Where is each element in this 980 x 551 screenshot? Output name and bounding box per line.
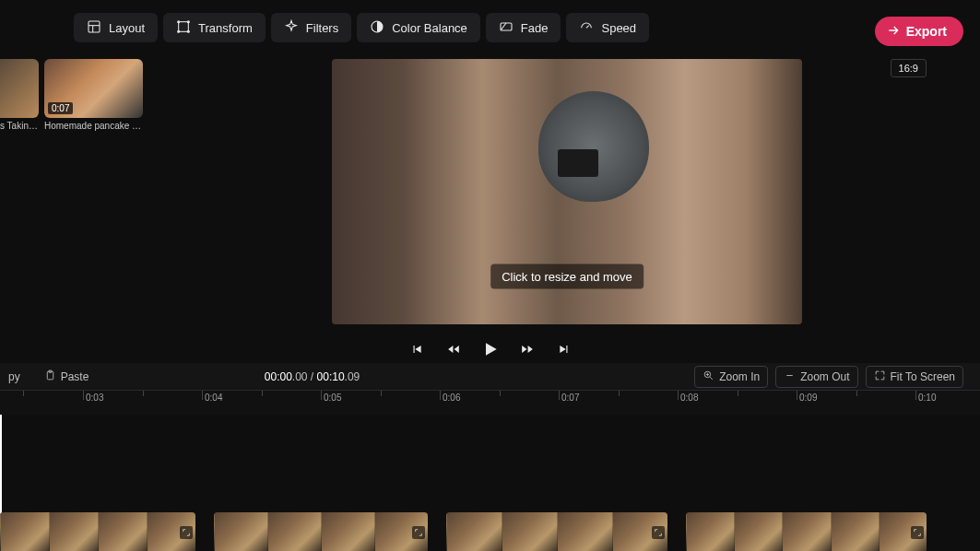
transform-icon [176,19,191,37]
preview-container: Click to resize and move 16:9 [171,59,963,328]
speed-icon [579,19,594,37]
ruler-label: 0:10 [918,393,936,403]
color-balance-button[interactable]: Color Balance [357,13,480,42]
preview-hint: Click to resize and move [490,264,643,289]
export-label: Export [906,24,947,39]
clip-duration: 0:07 [48,102,73,114]
timecode-display: 00:00.00 / 00:10.09 [265,370,360,383]
expand-clip-icon[interactable] [180,526,193,539]
clip-thumbnail: 0:07 [44,59,143,118]
export-button[interactable]: Export [875,17,963,46]
filters-label: Filters [306,21,338,35]
timeline-clip[interactable] [0,512,195,551]
filters-button[interactable]: Filters [271,13,351,42]
fit-icon [874,369,886,384]
svg-point-6 [178,30,180,32]
skip-start-button[interactable] [407,339,427,359]
media-bin: s Taking… 0:07 Homemade pancake in … [0,59,161,328]
timeline-ruler[interactable]: 0:030:040:050:060:070:080:090:10 [0,391,980,415]
editor-toolbar: Layout Transform Filters Color Balance F… [0,0,980,52]
fit-to-screen-button[interactable]: Fit To Screen [866,366,963,388]
ruler-label: 0:09 [799,393,817,403]
export-icon [886,23,901,41]
svg-rect-3 [179,21,189,31]
expand-clip-icon[interactable] [412,526,425,539]
svg-line-14 [710,377,713,380]
forward-button[interactable] [517,339,537,359]
skip-end-button[interactable] [554,339,574,359]
main-area: s Taking… 0:07 Homemade pancake in … Cli… [0,52,980,328]
layout-button[interactable]: Layout [74,13,158,42]
paste-button[interactable]: Paste [36,366,98,388]
timeline-track[interactable] [0,415,980,551]
speed-button[interactable]: Speed [566,13,649,42]
timeline-clip[interactable] [446,512,667,551]
transform-button[interactable]: Transform [163,13,266,42]
layout-icon [87,19,101,37]
copy-button[interactable]: py [0,366,29,388]
timeline-clip[interactable] [214,512,428,551]
expand-clip-icon[interactable] [911,526,924,539]
aspect-ratio-chip[interactable]: 16:9 [891,59,927,77]
fade-icon [499,19,514,37]
speed-label: Speed [601,21,636,35]
expand-clip-icon[interactable] [652,526,665,539]
media-clip[interactable]: s Taking… [0,59,39,328]
fade-label: Fade [521,21,549,35]
paste-icon [44,369,56,384]
media-clip[interactable]: 0:07 Homemade pancake in … [44,59,143,328]
video-preview[interactable]: Click to resize and move [332,59,802,324]
ruler-label: 0:04 [205,393,222,403]
zoom-out-button[interactable]: Zoom Out [775,366,857,388]
timeline-header: py Paste 00:00.00 / 00:10.09 Zoom In Zoo… [0,363,980,391]
zoom-in-icon [703,369,714,384]
clip-title: s Taking… [0,121,39,131]
clip-thumbnail [0,59,39,118]
svg-rect-0 [89,21,100,32]
clip-row [0,512,980,551]
clip-title: Homemade pancake in … [44,121,143,131]
zoom-in-button[interactable]: Zoom In [694,366,768,388]
ruler-label: 0:05 [324,393,341,403]
rewind-button[interactable] [443,339,464,359]
svg-point-4 [178,20,180,22]
ruler-label: 0:08 [680,393,698,403]
ruler-label: 0:03 [86,393,103,403]
layout-label: Layout [109,21,145,35]
filters-icon [284,19,299,37]
play-button[interactable] [480,339,501,359]
ruler-label: 0:06 [443,393,460,403]
svg-point-7 [187,30,189,32]
transport-controls [0,335,980,363]
transform-label: Transform [198,21,253,35]
color-balance-icon [370,19,384,37]
svg-point-5 [187,20,189,22]
svg-line-10 [586,25,589,28]
ruler-label: 0:07 [561,393,579,403]
timeline-clip[interactable] [686,512,927,551]
color-balance-label: Color Balance [392,21,467,35]
zoom-out-icon [784,369,796,384]
fade-button[interactable]: Fade [486,13,561,42]
svg-rect-9 [501,23,512,30]
